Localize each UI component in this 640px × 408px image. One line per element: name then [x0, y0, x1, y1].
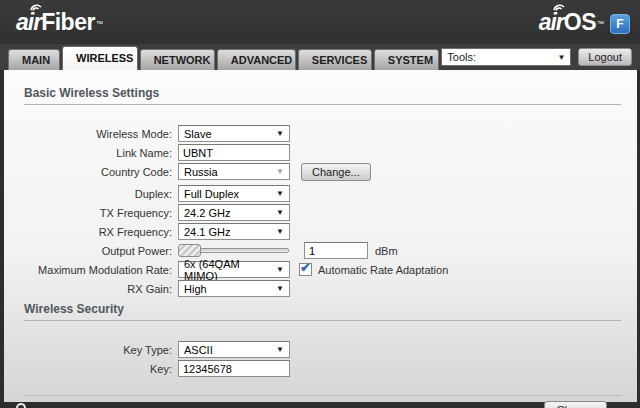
duplex-select[interactable]: Full Duplex ▼ [178, 185, 290, 202]
rx-frequency-value: 24.1 GHz [184, 226, 230, 238]
firmware-f-badge: F [610, 14, 630, 34]
checkmark-icon: ✔ [300, 260, 311, 275]
rx-gain-label: RX Gain: [24, 283, 178, 295]
signal-waves-icon [552, 2, 566, 11]
link-name-row: Link Name: [24, 143, 621, 162]
key-input[interactable] [178, 360, 290, 377]
rx-frequency-row: RX Frequency: 24.1 GHz ▼ [24, 222, 621, 241]
key-type-select[interactable]: ASCII ▼ [178, 341, 290, 358]
wireless-security-title: Wireless Security [24, 302, 621, 321]
footer-actions: Change [24, 396, 621, 408]
output-power-unit: dBm [375, 245, 398, 257]
automatic-rate-adaptation-checkbox[interactable]: ✔ [299, 263, 312, 276]
tx-frequency-label: TX Frequency: [24, 207, 178, 219]
change-button[interactable]: Change [544, 401, 607, 408]
country-code-value: Russia [184, 166, 218, 178]
key-row: Key: [24, 359, 621, 378]
wireless-mode-label: Wireless Mode: [24, 128, 178, 140]
tab-system[interactable]: SYSTEM [374, 49, 440, 70]
output-power-slider[interactable] [178, 244, 290, 257]
tab-advanced[interactable]: ADVANCED [217, 49, 296, 70]
slider-handle[interactable] [178, 244, 201, 257]
automatic-rate-adaptation-label: Automatic Rate Adaptation [318, 264, 448, 276]
chevron-down-icon: ▼ [276, 209, 284, 217]
brand-air-text: air [16, 9, 41, 35]
rx-gain-row: RX Gain: High ▼ [24, 279, 621, 298]
airos-logo-air: air [539, 9, 564, 36]
brand-product-text: OS [564, 9, 596, 36]
chevron-down-icon: ▼ [276, 266, 284, 274]
airos-logo: air OS ™ F [539, 9, 630, 36]
tab-bar-right: Tools: ▼ Logout [441, 48, 640, 70]
chevron-down-icon: ▼ [276, 168, 284, 176]
country-change-button[interactable]: Change... [301, 163, 371, 181]
country-code-label: Country Code: [24, 166, 178, 178]
max-modulation-rate-value: 6x (64QAM MIMO) [184, 258, 276, 282]
link-name-input[interactable] [178, 144, 290, 161]
tab-main[interactable]: MAIN [8, 49, 60, 70]
duplex-label: Duplex: [24, 188, 178, 200]
app-header: air Fiber ™ air OS ™ F [0, 0, 640, 44]
country-code-select[interactable]: Russia ▼ [178, 163, 290, 180]
tools-dropdown-value: Tools: [447, 51, 476, 63]
ubiquiti-footer-logo [16, 403, 26, 408]
country-code-row: Country Code: Russia ▼ Change... [24, 162, 621, 181]
trademark-symbol: ™ [96, 20, 103, 27]
key-type-value: ASCII [184, 344, 213, 356]
settings-panel: Basic Wireless Settings Wireless Mode: S… [4, 70, 637, 402]
logout-button[interactable]: Logout [578, 48, 632, 66]
max-modulation-rate-label: Maximum Modulation Rate: [24, 264, 178, 276]
rx-frequency-label: RX Frequency: [24, 226, 178, 238]
chevron-down-icon: ▼ [276, 285, 284, 293]
chevron-down-icon: ▼ [557, 53, 565, 62]
tab-network[interactable]: NETWORK [140, 49, 215, 70]
tx-frequency-value: 24.2 GHz [184, 207, 230, 219]
wireless-mode-row: Wireless Mode: Slave ▼ [24, 124, 621, 143]
basic-wireless-settings-title: Basic Wireless Settings [24, 86, 621, 105]
key-type-label: Key Type: [24, 344, 178, 356]
link-name-label: Link Name: [24, 147, 178, 159]
tab-services[interactable]: SERVICES [298, 49, 372, 70]
tx-frequency-row: TX Frequency: 24.2 GHz ▼ [24, 203, 621, 222]
tab-wireless[interactable]: WIRELESS [62, 46, 138, 70]
chevron-down-icon: ▼ [276, 346, 284, 354]
key-label: Key: [24, 363, 178, 375]
duplex-row: Duplex: Full Duplex ▼ [24, 184, 621, 203]
duplex-value: Full Duplex [184, 188, 239, 200]
brand-air-text: air [539, 9, 564, 35]
trademark-symbol: ™ [597, 20, 604, 27]
brand-product-text: Fiber [41, 9, 95, 36]
output-power-row: Output Power: dBm [24, 241, 621, 260]
airfiber-logo: air Fiber ™ [16, 9, 102, 36]
wireless-mode-value: Slave [184, 128, 212, 140]
max-modulation-rate-select[interactable]: 6x (64QAM MIMO) ▼ [178, 261, 290, 278]
tx-frequency-select[interactable]: 24.2 GHz ▼ [178, 204, 290, 221]
chevron-down-icon: ▼ [276, 190, 284, 198]
chevron-down-icon: ▼ [276, 130, 284, 138]
tab-bar: MAIN WIRELESS NETWORK ADVANCED SERVICES … [0, 44, 640, 70]
key-type-row: Key Type: ASCII ▼ [24, 340, 621, 359]
rx-gain-value: High [184, 283, 207, 295]
output-power-label: Output Power: [24, 245, 178, 257]
airfiber-logo-air: air [16, 9, 41, 36]
chevron-down-icon: ▼ [276, 228, 284, 236]
wireless-mode-select[interactable]: Slave ▼ [178, 125, 290, 142]
signal-waves-icon [29, 2, 43, 11]
rx-gain-select[interactable]: High ▼ [178, 280, 290, 297]
max-modulation-rate-row: Maximum Modulation Rate: 6x (64QAM MIMO)… [24, 260, 621, 279]
output-power-input[interactable] [304, 242, 368, 259]
tools-dropdown[interactable]: Tools: ▼ [441, 48, 571, 66]
rx-frequency-select[interactable]: 24.1 GHz ▼ [178, 223, 290, 240]
